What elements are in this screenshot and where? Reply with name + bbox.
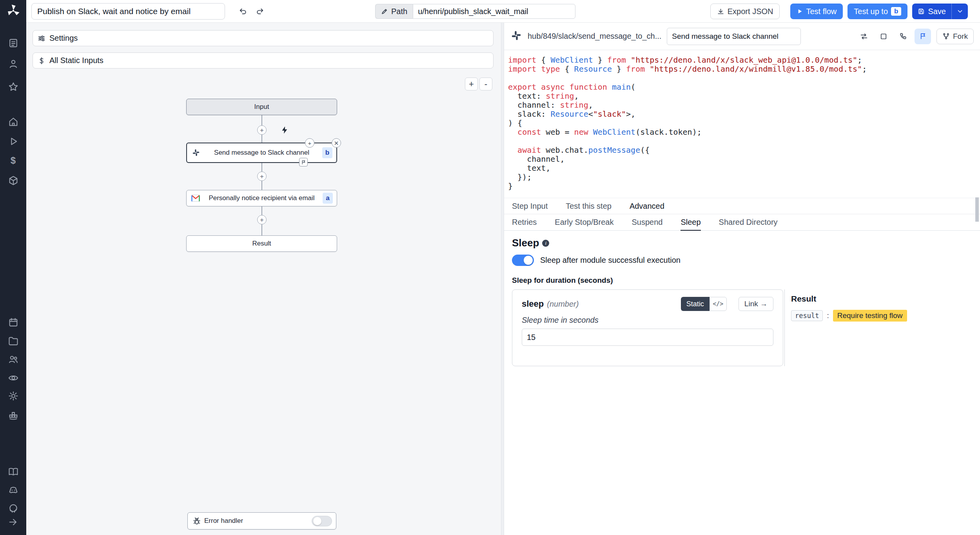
code-line: import { WebClient } from "https://deno.… — [508, 56, 980, 65]
dollar-icon[interactable]: $ — [7, 154, 20, 167]
slack-step-node[interactable]: Send message to Slack channel b + ✕ — [186, 143, 337, 163]
windmill-flow-editor: $ — [0, 0, 980, 535]
error-handler-node[interactable]: Error handler — [187, 512, 336, 530]
flow-title-input[interactable] — [31, 3, 225, 20]
sleep-toggle[interactable] — [512, 255, 534, 266]
windmill-logo-icon[interactable] — [7, 4, 20, 17]
star-icon[interactable] — [7, 80, 20, 94]
add-step-connector-3[interactable]: + — [257, 215, 267, 224]
dollar-icon — [38, 57, 45, 65]
delete-step-button[interactable]: ✕ — [332, 138, 341, 148]
error-handler-toggle[interactable] — [312, 516, 332, 526]
lightning-icon — [280, 126, 289, 134]
flag-icon — [919, 33, 927, 40]
save-group: Save — [912, 4, 968, 19]
panel-splitter[interactable] — [501, 23, 504, 535]
sliders-icon — [38, 34, 45, 42]
undo-button[interactable] — [235, 4, 250, 18]
sleep-field-card: sleep (number) Static </> Link → Sleep t… — [512, 289, 783, 366]
subtab-retries[interactable]: Retries — [512, 215, 537, 231]
save-button[interactable]: Save — [912, 4, 951, 19]
user-icon[interactable] — [7, 57, 20, 70]
input-node-label: Input — [191, 103, 333, 111]
book-icon[interactable] — [7, 465, 20, 478]
settings-bar[interactable]: Settings — [33, 30, 494, 46]
zoom-out-button[interactable]: - — [479, 78, 492, 90]
export-json-button[interactable]: Export JSON — [710, 4, 780, 19]
calendar-icon[interactable] — [7, 316, 20, 329]
code-line: export async function main( — [508, 83, 980, 92]
ai-bolt-button[interactable] — [279, 125, 290, 135]
tab-test-this-step[interactable]: Test this step — [566, 198, 612, 214]
box-button[interactable] — [875, 29, 892, 44]
code-line: text: string, — [508, 92, 980, 101]
code-line: import type { Resource } from "https://d… — [508, 65, 980, 74]
result-key-chip: result — [791, 310, 823, 321]
subtab-sleep[interactable]: Sleep — [681, 215, 701, 231]
diff-flag-button[interactable] — [915, 29, 931, 44]
subtab-early-stop[interactable]: Early Stop/Break — [555, 215, 613, 231]
result-heading: Result — [791, 294, 969, 304]
email-step-node[interactable]: Personally notice recipient via email a — [186, 190, 337, 206]
clipboard-list-icon[interactable] — [7, 36, 20, 50]
redo-button[interactable] — [252, 4, 267, 18]
add-step-connector-1[interactable]: + — [257, 125, 267, 135]
flag-badge-button[interactable] — [299, 158, 308, 166]
cube-icon[interactable] — [7, 174, 20, 187]
info-icon[interactable]: i — [542, 240, 549, 247]
eye-icon[interactable] — [7, 371, 20, 385]
test-flow-button[interactable]: Test flow — [790, 4, 843, 19]
home-icon[interactable] — [7, 115, 20, 128]
code-line: text, — [508, 164, 980, 173]
discord-icon[interactable] — [7, 484, 20, 497]
phone-button[interactable] — [895, 29, 911, 44]
panel-scrollbar[interactable] — [975, 197, 979, 222]
code-line: channel, — [508, 155, 980, 164]
swap-script-button[interactable] — [856, 29, 872, 44]
slack-hub-icon — [510, 30, 522, 43]
link-button[interactable]: Link → — [739, 297, 773, 311]
fork-button[interactable]: Fork — [936, 29, 974, 44]
add-step-connector-2[interactable]: + — [257, 172, 267, 181]
bug-icon — [192, 517, 202, 525]
sleep-value-input[interactable] — [522, 329, 773, 346]
field-description: Sleep time in seconds — [522, 316, 773, 325]
move-step-handle[interactable]: + — [305, 138, 314, 148]
sleep-settings: Sleep i Sleep after module successful ex… — [504, 231, 980, 372]
subtab-suspend[interactable]: Suspend — [632, 215, 662, 231]
tab-advanced[interactable]: Advanced — [630, 198, 664, 214]
step-editor-header: hub/849/slack/send_message_to_ch... Fork — [504, 23, 980, 50]
zoom-in-button[interactable]: + — [465, 78, 478, 90]
path-chip[interactable]: Path — [375, 4, 413, 19]
code-line: slack: Resource<"slack">, — [508, 110, 980, 119]
code-line: } — [508, 182, 980, 191]
topbar: Path Export JSON Test flow Test up to b … — [26, 0, 980, 23]
folder-icon[interactable] — [7, 334, 20, 348]
static-mode-button[interactable]: Static — [681, 297, 710, 311]
code-line — [508, 137, 980, 146]
step-header-icons: Fork — [856, 29, 974, 44]
code-editor[interactable]: import { WebClient } from "https://deno.… — [504, 50, 980, 198]
github-icon[interactable] — [7, 502, 20, 515]
path-input[interactable] — [413, 4, 575, 19]
result-preview: Result result : Require testing flow — [784, 289, 969, 366]
input-node[interactable]: Input — [186, 99, 337, 115]
expand-arrow-icon[interactable] — [7, 515, 20, 529]
boxes-icon[interactable] — [7, 408, 20, 421]
result-node[interactable]: Result — [186, 235, 337, 252]
static-inputs-bar[interactable]: All Static Inputs — [33, 52, 494, 69]
users-icon[interactable] — [7, 352, 20, 366]
play-icon[interactable] — [7, 135, 20, 148]
subtab-shared-directory[interactable]: Shared Directory — [719, 215, 778, 231]
test-up-to-button[interactable]: Test up to b — [848, 4, 907, 19]
step-name-input[interactable] — [667, 28, 801, 45]
save-dropdown-button[interactable] — [951, 4, 968, 19]
code-mode-button[interactable]: </> — [710, 297, 727, 311]
gear-icon[interactable] — [7, 389, 20, 403]
download-icon — [717, 8, 724, 15]
advanced-subtabs: Retries Early Stop/Break Suspend Sleep S… — [504, 214, 980, 231]
code-line: await web.chat.postMessage({ — [508, 146, 980, 155]
save-icon — [918, 8, 925, 15]
tab-step-input[interactable]: Step Input — [512, 198, 548, 214]
code-line: const web = new WebClient(slack.token); — [508, 128, 980, 137]
